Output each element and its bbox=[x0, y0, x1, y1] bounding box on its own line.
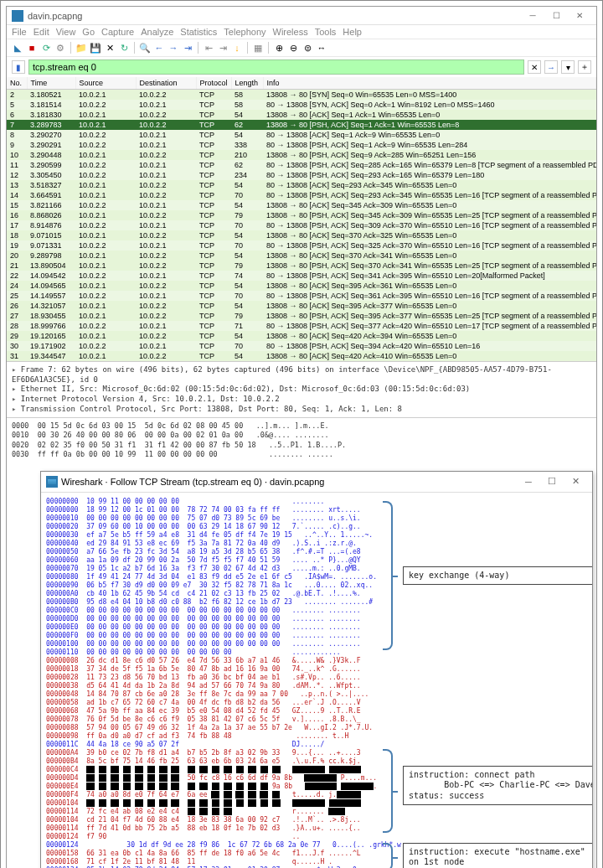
callout-key-exchange: key exchange (4-way) bbox=[403, 566, 592, 586]
detail-frame[interactable]: Frame 7: 62 bytes on wire (496 bits), 62… bbox=[12, 365, 591, 385]
detail-ip[interactable]: Internet Protocol Version 4, Src: 10.0.2… bbox=[12, 395, 591, 405]
col-no[interactable]: No. bbox=[7, 77, 27, 90]
table-row[interactable]: 23.18052110.0.2.110.0.2.2TCP5813808 → 80… bbox=[7, 90, 596, 101]
menu-file[interactable]: File bbox=[12, 27, 27, 37]
filter-bar: ▮ ✕ → ▾ ＋ bbox=[7, 57, 596, 77]
bookmark-filter-icon[interactable]: ▮ bbox=[12, 60, 25, 74]
table-row[interactable]: 123.30545010.0.2.210.0.2.1TCP23480 → 138… bbox=[7, 170, 596, 180]
follow-minimize[interactable]: ─ bbox=[517, 474, 540, 489]
toolbar: ◣ ■ ⟳ ⚙ 📁 💾 ✕ ↻ 🔍 ← → ⇥ ⇤ ⇥ ↓ ▦ ⊕ ⊖ ⊜ ↔ bbox=[7, 39, 596, 57]
detail-eth[interactable]: Ethernet II, Src: Microsof_0c:6d:02 (00:… bbox=[12, 385, 591, 395]
resize-cols-icon[interactable]: ↔ bbox=[316, 42, 327, 54]
table-row[interactable]: 93.29029110.0.2.210.0.2.1TCP33880 → 1380… bbox=[7, 140, 596, 150]
menu-capture[interactable]: Capture bbox=[101, 27, 134, 37]
table-row[interactable]: 2818.99976610.0.2.210.0.2.1TCP7180 → 138… bbox=[7, 321, 596, 331]
col-len[interactable]: Length bbox=[231, 77, 263, 90]
table-row[interactable]: 113.29059910.0.2.210.0.2.1TCP6280 → 1380… bbox=[7, 160, 596, 170]
minimize-button[interactable]: ─ bbox=[521, 8, 544, 23]
table-row[interactable]: 3119.34454710.0.2.110.0.2.2TCP5413808 → … bbox=[7, 351, 596, 361]
packet-details[interactable]: Frame 7: 62 bytes on wire (496 bits), 62… bbox=[7, 361, 596, 417]
stop-icon[interactable]: ■ bbox=[26, 42, 38, 54]
wireshark-main-window: davin.pcapng ─ ☐ ✕ File Edit View Go Cap… bbox=[6, 6, 597, 868]
zoom-in-icon[interactable]: ⊕ bbox=[273, 42, 285, 54]
open-icon[interactable]: 📁 bbox=[75, 42, 87, 54]
app-icon bbox=[12, 10, 23, 22]
autoscroll-icon[interactable]: ↓ bbox=[231, 42, 243, 54]
table-row[interactable]: 209.28979810.0.2.110.0.2.2TCP5413808 → 8… bbox=[7, 251, 596, 261]
display-filter-input[interactable] bbox=[28, 59, 524, 75]
packet-list[interactable]: No. Time Source Destination Protocol Len… bbox=[7, 77, 596, 361]
goto-icon[interactable]: ⇥ bbox=[182, 42, 193, 54]
save-icon[interactable]: 💾 bbox=[90, 42, 101, 54]
menu-tools[interactable]: Tools bbox=[315, 27, 337, 37]
next-icon[interactable]: → bbox=[168, 42, 179, 54]
table-row[interactable]: 103.29044810.0.2.110.0.2.2TCP21013808 → … bbox=[7, 150, 596, 160]
menu-view[interactable]: View bbox=[56, 27, 76, 37]
clear-filter-icon[interactable]: ✕ bbox=[528, 60, 541, 74]
menu-wireless[interactable]: Wireless bbox=[273, 27, 308, 37]
close-file-icon[interactable]: ✕ bbox=[104, 42, 116, 54]
window-title: davin.pcapng bbox=[28, 11, 521, 21]
table-row[interactable]: 2414.09456510.0.2.110.0.2.2TCP5413808 → … bbox=[7, 281, 596, 291]
zoom-reset-icon[interactable]: ⊜ bbox=[302, 42, 313, 54]
table-row[interactable]: 143.66459110.0.2.110.0.2.2TCP7080 → 1380… bbox=[7, 190, 596, 200]
table-row[interactable]: 133.51832710.0.2.110.0.2.2TCP5480 → 1380… bbox=[7, 180, 596, 190]
add-filter-icon[interactable]: ＋ bbox=[578, 60, 591, 74]
table-row[interactable]: 3019.17190210.0.2.210.0.2.1TCP7080 → 138… bbox=[7, 341, 596, 351]
menu-help[interactable]: Help bbox=[343, 27, 362, 37]
menubar: File Edit View Go Capture Analyze Statis… bbox=[7, 25, 596, 39]
follow-close[interactable]: ✕ bbox=[564, 474, 587, 489]
table-row[interactable]: 63.18183010.0.2.110.0.2.2TCP5413808 → 80… bbox=[7, 110, 596, 120]
menu-go[interactable]: Go bbox=[82, 27, 95, 37]
follow-tcp-window: Wireshark · Follow TCP Stream (tcp.strea… bbox=[40, 471, 593, 868]
table-row[interactable]: 178.91487610.0.2.210.0.2.1TCP7080 → 1380… bbox=[7, 220, 596, 230]
col-dest[interactable]: Destination bbox=[136, 77, 196, 90]
table-row[interactable]: 189.07101510.0.2.110.0.2.2TCP5413808 → 8… bbox=[7, 230, 596, 240]
maximize-button[interactable]: ☐ bbox=[544, 8, 568, 23]
table-row[interactable]: 168.86802610.0.2.110.0.2.2TCP7913808 → 8… bbox=[7, 210, 596, 220]
follow-stream-content[interactable]: 00000000 10 99 11 00 00 00 00 00 .......… bbox=[41, 493, 592, 868]
table-row[interactable]: 53.18151410.0.2.210.0.2.1TCP5880 → 13808… bbox=[7, 100, 596, 110]
table-row[interactable]: 153.82116610.0.2.210.0.2.1TCP5413808 → 8… bbox=[7, 200, 596, 210]
col-proto[interactable]: Protocol bbox=[196, 77, 231, 90]
wireshark-icon bbox=[46, 476, 58, 488]
find-icon[interactable]: 🔍 bbox=[139, 42, 151, 54]
menu-analyze[interactable]: Analyze bbox=[141, 27, 173, 37]
colorize-icon[interactable]: ▦ bbox=[252, 42, 264, 54]
callout-connect: instruction: connect path Bob-PC <=> Cha… bbox=[403, 766, 592, 806]
table-row[interactable]: 2919.12016510.0.2.110.0.2.2TCP5413808 → … bbox=[7, 331, 596, 341]
shark-fin-icon[interactable]: ◣ bbox=[12, 42, 23, 54]
table-row[interactable]: 2214.09454210.0.2.210.0.2.1TCP7480 → 138… bbox=[7, 271, 596, 281]
menu-edit[interactable]: Edit bbox=[34, 27, 49, 37]
table-row[interactable]: 83.29027010.0.2.210.0.2.1TCP5480 → 13808… bbox=[7, 130, 596, 140]
restart-icon[interactable]: ⟳ bbox=[40, 42, 52, 54]
col-info[interactable]: Info bbox=[263, 77, 596, 90]
col-source[interactable]: Source bbox=[75, 77, 136, 90]
titlebar: davin.pcapng ─ ☐ ✕ bbox=[7, 7, 596, 25]
menu-telephony[interactable]: Telephony bbox=[224, 27, 265, 37]
packet-bytes[interactable]: 0000 00 15 5d 0c 6d 03 00 15 5d 0c 6d 02… bbox=[7, 417, 596, 462]
options-icon[interactable]: ⚙ bbox=[54, 42, 66, 54]
reload-icon[interactable]: ↻ bbox=[118, 42, 130, 54]
last-icon[interactable]: ⇥ bbox=[217, 42, 229, 54]
filter-dropdown-icon[interactable]: ▾ bbox=[561, 60, 575, 74]
prev-icon[interactable]: ← bbox=[153, 42, 165, 54]
follow-titlebar: Wireshark · Follow TCP Stream (tcp.strea… bbox=[41, 472, 592, 493]
table-row[interactable]: 2514.14955710.0.2.210.0.2.1TCP7080 → 138… bbox=[7, 291, 596, 301]
apply-filter-icon[interactable]: → bbox=[544, 60, 558, 74]
callout-hostname-1: instruction: execute "hostname.exe" on 1… bbox=[403, 843, 592, 868]
table-row[interactable]: 73.28978310.0.2.110.0.2.2TCP6213808 → 80… bbox=[7, 120, 596, 130]
detail-tcp[interactable]: Transmission Control Protocol, Src Port:… bbox=[12, 405, 591, 415]
close-button[interactable]: ✕ bbox=[568, 8, 591, 23]
first-icon[interactable]: ⇤ bbox=[203, 42, 214, 54]
table-row[interactable]: 199.07133110.0.2.210.0.2.1TCP7080 → 1380… bbox=[7, 240, 596, 251]
follow-title-text: Wireshark · Follow TCP Stream (tcp.strea… bbox=[61, 477, 517, 487]
col-time[interactable]: Time bbox=[27, 77, 75, 90]
table-row[interactable]: 2614.32105710.0.2.110.0.2.2TCP5413808 → … bbox=[7, 301, 596, 311]
follow-maximize[interactable]: ☐ bbox=[540, 474, 564, 489]
table-row[interactable]: 2113.89050410.0.2.110.0.2.2TCP7913808 → … bbox=[7, 261, 596, 271]
zoom-out-icon[interactable]: ⊖ bbox=[287, 42, 299, 54]
menu-statistics[interactable]: Statistics bbox=[180, 27, 217, 37]
table-row[interactable]: 2718.93045510.0.2.110.0.2.2TCP7913808 → … bbox=[7, 311, 596, 321]
